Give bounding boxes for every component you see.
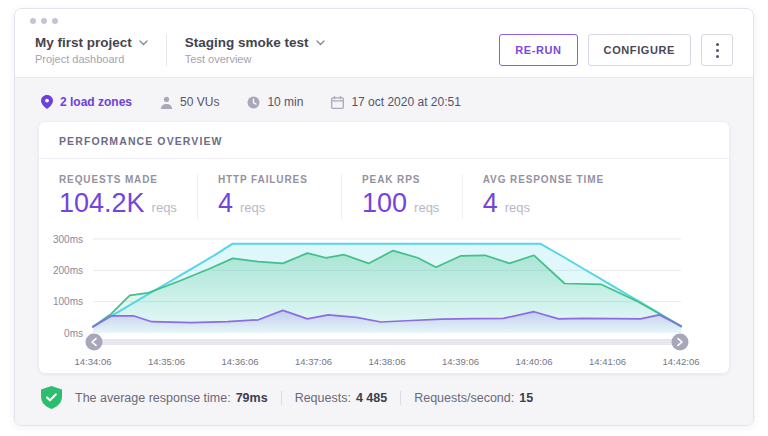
y-axis-tick-label: 200ms (53, 265, 83, 276)
stat-label: PEAK RPS (362, 174, 442, 185)
project-name: My first project (35, 35, 132, 50)
x-axis-tick-label: 14:37:06 (295, 356, 332, 367)
stat-value: 104.2K (59, 188, 145, 219)
avg-response-status: The average response time: 79ms (75, 391, 268, 405)
calendar-icon (331, 96, 344, 109)
test-subtitle: Test overview (185, 53, 325, 65)
status-divider (400, 391, 401, 405)
window-control-dot[interactable] (52, 18, 58, 24)
chevron-down-icon (139, 40, 148, 46)
status-label: Requests/second: (414, 391, 514, 405)
range-left-handle[interactable] (86, 334, 103, 351)
test-name: Staging smoke test (185, 35, 309, 50)
user-icon (160, 96, 173, 109)
x-axis-tick-label: 14:41:06 (589, 356, 626, 367)
x-axis-tick-label: 14:34:06 (75, 356, 112, 367)
stats-row: REQUESTS MADE 104.2Kreqs HTTP FAILURES 4… (39, 159, 729, 225)
dashboard-content: 2 load zones 50 VUs 10 min 17 oct 2020 a… (15, 78, 753, 425)
window-control-dot[interactable] (30, 18, 36, 24)
stat-avg-response-time: AVG RESPONSE TIME 4reqs (463, 174, 709, 219)
stat-unit: reqs (505, 200, 530, 215)
stat-label: HTTP FAILURES (218, 174, 321, 185)
stat-unit: reqs (152, 200, 177, 215)
x-axis-tick-label: 14:35:06 (148, 356, 185, 367)
stat-value: 100 (362, 188, 407, 219)
status-value: 4 485 (356, 391, 387, 405)
chart-container: 0ms100ms200ms300ms14:34:0614:35:0614:36:… (39, 225, 729, 373)
x-axis-tick-label: 14:42:06 (663, 356, 700, 367)
status-divider (281, 391, 282, 405)
x-axis-tick-label: 14:39:06 (442, 356, 479, 367)
performance-overview-card: PERFORMANCE OVERVIEW REQUESTS MADE 104.2… (39, 122, 729, 373)
kebab-icon (716, 49, 719, 52)
x-axis-tick-label: 14:38:06 (369, 356, 406, 367)
x-axis-tick-label: 14:40:06 (516, 356, 553, 367)
map-pin-icon (41, 95, 53, 109)
stat-http-failures: HTTP FAILURES 4reqs (198, 174, 342, 219)
load-zones-label: 2 load zones (60, 95, 132, 109)
card-title: PERFORMANCE OVERVIEW (39, 122, 729, 159)
status-label: The average response time: (75, 391, 231, 405)
stat-unit: reqs (414, 200, 439, 215)
date-label: 17 oct 2020 at 20:51 (351, 95, 460, 109)
shield-check-icon (41, 386, 62, 409)
clock-icon (247, 96, 260, 109)
kebab-icon (716, 55, 719, 58)
window-control-dot[interactable] (41, 18, 47, 24)
vus-label: 50 VUs (180, 95, 219, 109)
header-actions: RE-RUN CONFIGURE (499, 34, 733, 66)
status-value: 79ms (236, 391, 268, 405)
y-axis-tick-label: 100ms (53, 296, 83, 307)
chevron-down-icon (316, 40, 325, 46)
more-options-button[interactable] (701, 34, 733, 66)
rerun-button[interactable]: RE-RUN (499, 34, 577, 66)
load-zones-item[interactable]: 2 load zones (41, 95, 132, 109)
configure-button[interactable]: CONFIGURE (588, 34, 691, 66)
status-label: Requests: (295, 391, 351, 405)
header-divider (166, 34, 167, 66)
stat-value: 4 (218, 188, 233, 219)
breadcrumb-selectors: My first project Project dashboard Stagi… (35, 34, 325, 66)
stat-requests-made: REQUESTS MADE 104.2Kreqs (59, 174, 198, 219)
x-axis-tick-label: 14:36:06 (222, 356, 259, 367)
app-window: My first project Project dashboard Stagi… (14, 8, 754, 426)
date-item: 17 oct 2020 at 20:51 (331, 95, 460, 109)
app-header: My first project Project dashboard Stagi… (15, 29, 753, 78)
range-right-handle[interactable] (672, 334, 689, 351)
y-axis-tick-label: 300ms (53, 234, 83, 245)
duration-item: 10 min (247, 95, 303, 109)
stat-label: REQUESTS MADE (59, 174, 177, 185)
project-subtitle: Project dashboard (35, 53, 148, 65)
vus-item: 50 VUs (160, 95, 219, 109)
summary-status-row: The average response time: 79ms Requests… (39, 373, 729, 409)
y-axis-tick-label: 0ms (64, 328, 83, 339)
stat-unit: reqs (240, 200, 265, 215)
project-selector[interactable]: My first project Project dashboard (35, 35, 148, 65)
requests-status: Requests: 4 485 (295, 391, 388, 405)
rps-status: Requests/second: 15 (414, 391, 533, 405)
test-meta-row: 2 load zones 50 VUs 10 min 17 oct 2020 a… (39, 87, 729, 122)
performance-chart: 0ms100ms200ms300ms14:34:0614:35:0614:36:… (45, 229, 721, 371)
window-titlebar (15, 9, 753, 29)
time-range-track[interactable] (93, 339, 681, 345)
stat-peak-rps: PEAK RPS 100reqs (342, 174, 463, 219)
stat-label: AVG RESPONSE TIME (483, 174, 689, 185)
test-selector[interactable]: Staging smoke test Test overview (185, 35, 325, 65)
stat-value: 4 (483, 188, 498, 219)
status-value: 15 (519, 391, 533, 405)
duration-label: 10 min (267, 95, 303, 109)
kebab-icon (716, 43, 719, 46)
